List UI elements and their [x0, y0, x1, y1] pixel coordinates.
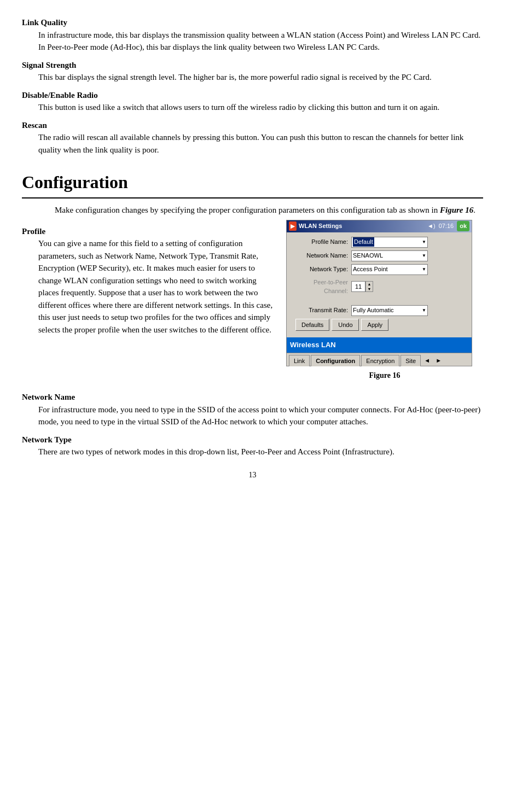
page-number: 13 [22, 469, 483, 481]
rescan-section: Rescan The radio will rescan all availab… [22, 119, 483, 156]
disable-enable-radio-title: Disable/Enable Radio [22, 89, 483, 102]
peer-channel-label: Peer-to-Peer Channel: [291, 278, 351, 296]
peer-channel-value: 11 [351, 281, 365, 292]
network-type-arrow: ▼ [422, 266, 426, 273]
profile-name-arrow: ▼ [422, 239, 426, 246]
profile-name-value: Default [353, 237, 374, 247]
wlan-titlebar: ▶ WLAN Settings ◄) 07:16 ok [287, 220, 472, 232]
network-type-value: Access Point [353, 265, 388, 274]
network-type-section-title: Network Type [22, 434, 483, 446]
profile-name-control[interactable]: Default ▼ [351, 237, 467, 248]
config-period: . [473, 206, 475, 214]
disable-enable-radio-section: Disable/Enable Radio This button is used… [22, 89, 483, 114]
tab-link[interactable]: Link [289, 355, 310, 367]
wlan-tabs: Link Configuration Encryption Site ◄ ► [287, 353, 472, 366]
apply-button[interactable]: Apply [361, 319, 388, 331]
buttons-row: Defaults Undo Apply [295, 319, 467, 331]
network-type-label: Network Type: [291, 265, 351, 274]
profile-figure-area: Profile You can give a name for this fie… [22, 220, 483, 386]
config-divider [22, 197, 483, 198]
network-name-section: Network Name For infrastructure mode, yo… [22, 391, 483, 428]
network-name-value: SENAOWL [353, 251, 383, 260]
wlan-footer: Wireless LAN [287, 337, 472, 353]
transmit-rate-control[interactable]: Fully Automatic ▼ [351, 305, 467, 316]
profile-text-area: Profile You can give a name for this fie… [22, 220, 286, 340]
config-figure-ref: Figure 16 [440, 206, 473, 214]
transmit-rate-select[interactable]: Fully Automatic ▼ [351, 305, 428, 316]
network-name-control[interactable]: SENAOWL ▼ [351, 250, 467, 261]
config-intro: Make configuration changes by specifying… [55, 204, 483, 217]
tab-configuration[interactable]: Configuration [311, 355, 360, 367]
wlan-body: Profile Name: Default ▼ Network Name: SE… [287, 232, 472, 338]
wlan-start-icon: ▶ [289, 221, 297, 231]
transmit-rate-label: Transmit Rate: [291, 306, 351, 315]
network-name-section-title: Network Name [22, 391, 483, 404]
network-type-row: Network Type: Access Point ▼ [291, 264, 467, 275]
tab-arrow-right[interactable]: ► [433, 355, 444, 366]
wlan-time: 07:16 [439, 221, 454, 231]
profile-body: You can give a name for this field to a … [38, 237, 275, 336]
wlan-settings-window: ▶ WLAN Settings ◄) 07:16 ok Profile Name… [286, 220, 472, 367]
transmit-rate-value: Fully Automatic [353, 306, 394, 315]
rescan-body: The radio will rescan all available chan… [38, 131, 483, 156]
config-intro-text: Make configuration changes by specifying… [55, 206, 440, 214]
signal-strength-section: Signal Strength This bar displays the si… [22, 59, 483, 84]
spin-up-btn[interactable]: ▲ [366, 282, 373, 287]
disable-enable-radio-body: This button is used like a switch that a… [38, 101, 483, 114]
network-name-section-body: For infrastructure mode, you need to typ… [38, 404, 483, 428]
wlan-titlebar-left: ▶ WLAN Settings [289, 221, 342, 231]
profile-name-row: Profile Name: Default ▼ [291, 237, 467, 248]
tab-site[interactable]: Site [400, 355, 421, 367]
peer-channel-row: Peer-to-Peer Channel: 11 ▲ ▼ [291, 278, 467, 296]
spacer [291, 299, 467, 305]
rescan-title: Rescan [22, 119, 483, 132]
network-name-select[interactable]: SENAOWL ▼ [351, 250, 428, 261]
transmit-rate-arrow: ▼ [422, 307, 426, 314]
network-name-arrow: ▼ [422, 253, 426, 259]
tab-encryption[interactable]: Encryption [361, 355, 399, 367]
network-type-section-body: There are two types of network modes in … [38, 446, 483, 458]
signal-strength-title: Signal Strength [22, 59, 483, 72]
network-type-control[interactable]: Access Point ▼ [351, 264, 467, 275]
network-type-section: Network Type There are two types of netw… [22, 434, 483, 458]
configuration-heading: Configuration [22, 169, 483, 195]
link-quality-section: Link Quality In infrastructure mode, thi… [22, 16, 483, 54]
spin-down-btn[interactable]: ▼ [366, 287, 373, 291]
undo-button[interactable]: Undo [332, 319, 359, 331]
link-quality-title: Link Quality [22, 16, 483, 29]
network-name-label: Network Name: [291, 251, 351, 260]
wlan-footer-logo: Wireless LAN [290, 340, 336, 350]
transmit-rate-row: Transmit Rate: Fully Automatic ▼ [291, 305, 467, 316]
profile-name-label: Profile Name: [291, 237, 351, 247]
peer-channel-control: 11 ▲ ▼ [351, 281, 467, 292]
wlan-ok-btn[interactable]: ok [457, 221, 469, 231]
profile-title: Profile [22, 225, 275, 238]
wlan-titlebar-right: ◄) 07:16 ok [427, 221, 469, 231]
network-name-row: Network Name: SENAOWL ▼ [291, 250, 467, 261]
wlan-title-text: WLAN Settings [299, 221, 342, 231]
network-type-select[interactable]: Access Point ▼ [351, 264, 428, 275]
figure-image-area: ▶ WLAN Settings ◄) 07:16 ok Profile Name… [286, 220, 483, 386]
signal-strength-body: This bar displays the signal strength le… [38, 71, 483, 84]
wlan-volume-icon: ◄) [427, 221, 436, 231]
channel-spinner[interactable]: ▲ ▼ [365, 281, 373, 292]
profile-name-select[interactable]: Default ▼ [351, 237, 428, 248]
figure-caption: Figure 16 [286, 370, 483, 381]
defaults-button[interactable]: Defaults [295, 319, 329, 331]
tab-arrow-left[interactable]: ◄ [422, 355, 432, 366]
link-quality-body: In infrastructure mode, this bar display… [38, 29, 483, 54]
